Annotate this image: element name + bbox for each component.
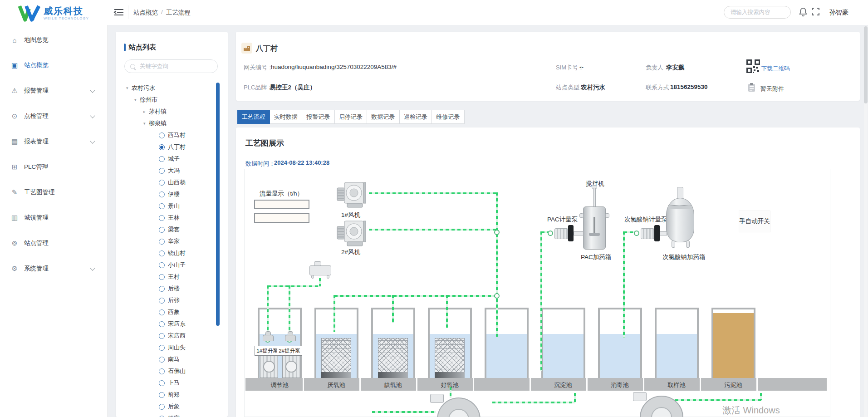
tree-radio[interactable] [159,392,165,398]
qr-code-icon[interactable] [746,59,760,73]
keyword-search-input[interactable] [139,63,209,70]
pipe-segment [446,295,448,328]
tree-radio[interactable] [159,404,165,410]
username[interactable]: 孙智豪 [829,9,848,17]
tree-node[interactable]: 宋店东 [116,318,218,330]
tree-node-label: 后楼 [168,285,180,293]
sidebar-item-2[interactable]: ▣站点概览 [0,53,107,78]
tree-node[interactable]: ▾柳泉镇 [116,118,218,129]
flow-value-input-1[interactable] [254,200,309,209]
tree-radio[interactable] [159,274,165,280]
manual-auto-switch[interactable]: 手自动开关 [739,211,770,232]
tree-node[interactable]: 辛家 [116,235,218,247]
notification-bell-icon[interactable] [799,7,808,17]
download-qr-link[interactable]: 下载二维码 [761,65,790,73]
tree-node[interactable]: ▸茅村镇 [116,106,218,118]
tree-node[interactable]: 小山子 [116,259,218,271]
tree-radio[interactable] [159,309,165,315]
sidebar-item-9[interactable]: ⊚站点管理 [0,231,107,256]
sidebar-item-5[interactable]: ▤报表管理 [0,129,107,154]
tree-radio[interactable] [159,321,165,327]
tree-radio[interactable] [159,357,165,363]
tree-node[interactable]: 铙山村 [116,247,218,259]
tree-expand-icon[interactable]: ▾ [134,98,140,102]
tree-radio[interactable] [159,215,165,221]
sidebar-item-7[interactable]: ✎工艺图管理 [0,180,107,205]
tree-node[interactable]: 景山 [116,200,218,212]
tab-6[interactable]: 巡检记录 [400,110,432,124]
tree-node-label: 徐州市 [140,96,157,104]
tree-radio[interactable] [159,191,165,197]
tree-node[interactable]: 南马 [116,353,218,365]
naclo-dosing-tank-icon[interactable] [666,198,694,242]
tree-radio[interactable] [159,144,165,150]
sidebar-item-8[interactable]: ▥城镇管理 [0,205,107,231]
tab-5[interactable]: 数据记录 [367,110,400,124]
collapse-sidebar-icon[interactable] [113,8,124,17]
tree-scrollbar-thumb[interactable] [216,83,220,326]
flow-value-input-2[interactable] [254,213,309,223]
tree-node[interactable]: 上马 [116,377,218,389]
tree-node[interactable]: 后张 [116,294,218,306]
tree-radio[interactable] [159,132,165,138]
tree-node[interactable]: 周山头 [116,342,218,353]
tree-radio[interactable] [159,333,165,339]
tree-radio[interactable] [159,368,165,374]
tree-radio[interactable] [159,380,165,386]
breadcrumb-site-overview[interactable]: 站点概览 [133,9,158,17]
base-gap [756,378,758,391]
tree-node[interactable]: 伊楼 [116,188,218,200]
tree-node[interactable]: 前郑 [116,389,218,401]
tree-expand-icon[interactable]: ▾ [143,121,149,126]
tab-1[interactable]: 工艺流程 [237,110,270,124]
tree-node[interactable]: 梁套 [116,224,218,235]
tree-radio[interactable] [159,180,165,186]
tree-node[interactable]: 八丁村 [116,141,218,153]
tab-3[interactable]: 报警记录 [302,110,335,124]
tree-node[interactable]: 宋店西 [116,330,218,342]
blower-1-icon[interactable] [336,180,370,211]
tree-expand-icon[interactable]: ▾ [126,86,132,90]
tree-radio[interactable] [159,286,165,292]
tree-node[interactable]: 石佛山 [116,365,218,377]
global-search-input[interactable] [724,6,791,19]
sidebar-item-3[interactable]: ⚠报警管理 [0,78,107,103]
sidebar-item-4[interactable]: ⊙点检管理 [0,103,107,129]
tree-node[interactable]: ▾徐州市 [116,94,218,106]
tree-node[interactable]: 王村 [116,271,218,283]
sidebar-item-10[interactable]: ⚙系统管理 [0,256,107,281]
fullscreen-icon[interactable] [811,7,820,16]
sidebar-item-1[interactable]: ⌂地图总览 [0,27,107,53]
page-scrollbar-thumb[interactable] [864,26,868,103]
tab-2[interactable]: 实时数据 [270,110,303,124]
tree-radio[interactable] [159,203,165,209]
tree-node[interactable]: 山西杨 [116,177,218,188]
tree-node[interactable]: 西马村 [116,129,218,141]
tab-7[interactable]: 维修记录 [432,110,465,124]
naclo-metering-pump-icon[interactable] [641,228,654,239]
tree-radio[interactable] [159,168,165,174]
base-gap [643,378,644,391]
tree-radio[interactable] [159,416,165,417]
tree-node[interactable]: 西象 [116,306,218,318]
tree-radio[interactable] [159,298,165,304]
tree-node[interactable]: 王林 [116,212,218,224]
tree-radio[interactable] [159,250,165,256]
tree-node[interactable]: 姚家 [116,412,218,417]
tree-radio[interactable] [159,345,165,351]
tree-radio[interactable] [159,262,165,268]
tree-node[interactable]: 后楼 [116,283,218,294]
info-field-label: PLC品牌： [244,83,273,92]
tree-radio[interactable] [159,227,165,233]
tree-node[interactable]: 城子 [116,153,218,165]
blower-2-icon[interactable] [336,218,370,249]
tree-node[interactable]: 大冯 [116,165,218,177]
tree-node[interactable]: 后象 [116,401,218,412]
tab-4[interactable]: 启停记录 [335,110,368,124]
sidebar-item-6[interactable]: ⊞PLC管理 [0,154,107,180]
tree-radio[interactable] [159,156,165,162]
tree-node[interactable]: ▾农村污水 [116,82,218,94]
tree-collapse-icon[interactable]: ▸ [143,109,149,114]
tree-radio[interactable] [159,239,165,245]
pac-metering-pump-icon[interactable] [554,228,568,239]
